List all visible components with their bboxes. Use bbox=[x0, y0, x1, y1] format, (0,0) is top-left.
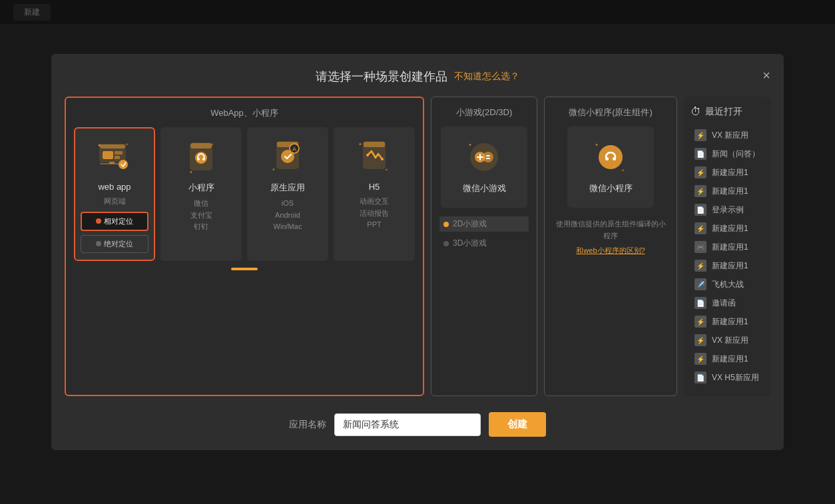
recent-item-3[interactable]: ⚡ 新建应用1 bbox=[691, 182, 764, 200]
recent-item-icon-11: ⚡ bbox=[695, 334, 706, 346]
recent-item-4[interactable]: 📄 登录示例 bbox=[691, 200, 764, 219]
absolute-position-btn[interactable]: 绝对定位 bbox=[81, 235, 148, 253]
recent-item-icon-1: 📄 bbox=[695, 148, 706, 160]
wechat-game-name: 微信小游戏 bbox=[463, 182, 506, 194]
webapp-icon: ✦ ✦ bbox=[96, 138, 133, 175]
recent-item-label-11: VX 新应用 bbox=[712, 335, 748, 346]
svg-point-7 bbox=[119, 160, 128, 169]
recent-item-icon-9: 📄 bbox=[695, 297, 706, 309]
recent-item-label-6: 新建应用1 bbox=[712, 242, 748, 253]
recent-item-0[interactable]: ⚡ VX 新应用 bbox=[691, 126, 764, 144]
recent-item-icon-6: 🎮 bbox=[695, 241, 706, 253]
wechat-mini-icon: ✦ ✦ bbox=[592, 138, 629, 176]
recent-item-7[interactable]: ⚡ 新建应用1 bbox=[691, 256, 764, 275]
recent-item-icon-0: ⚡ bbox=[695, 129, 706, 141]
card-web-app[interactable]: ✦ ✦ web app 网页端 相对定位 bbox=[74, 127, 155, 261]
wechat-mini-card[interactable]: ✦ ✦ 微信小程序 bbox=[567, 126, 654, 208]
miniprogram-card-sub: 微信支付宝钉钉 bbox=[190, 198, 212, 233]
h5-icon: ✦ ✦ bbox=[356, 138, 393, 175]
svg-text:✦: ✦ bbox=[385, 168, 388, 172]
dialog-subtitle-link[interactable]: 不知道怎么选？ bbox=[454, 71, 519, 83]
svg-text:✦: ✦ bbox=[210, 142, 214, 146]
position-buttons: 相对定位 bbox=[81, 212, 148, 231]
recent-item-label-4: 登录示例 bbox=[712, 204, 744, 216]
dialog-header: 请选择一种场景创建作品 不知道怎么选？ × bbox=[51, 54, 784, 97]
create-button[interactable]: 创建 bbox=[489, 412, 546, 437]
2d-game-option[interactable]: 2D小游戏 bbox=[439, 216, 529, 232]
recent-item-label-0: VX 新应用 bbox=[712, 130, 748, 141]
svg-text:✦: ✦ bbox=[595, 142, 599, 147]
recent-item-9[interactable]: 📄 邀请函 bbox=[691, 294, 764, 312]
svg-rect-2 bbox=[103, 151, 113, 159]
2d-label: 2D小游戏 bbox=[453, 218, 487, 230]
svg-point-35 bbox=[613, 157, 616, 160]
games-section-title: 小游戏(2D/3D) bbox=[456, 107, 513, 119]
svg-point-13 bbox=[197, 158, 200, 160]
recent-item-icon-2: ⚡ bbox=[695, 166, 706, 178]
position-buttons-2: 绝对定位 bbox=[81, 235, 148, 253]
miniprogram-icon: ✦ ✦ bbox=[182, 138, 220, 175]
recent-header: ⏱ 最近打开 bbox=[691, 106, 764, 118]
recent-item-6[interactable]: 🎮 新建应用1 bbox=[691, 238, 764, 256]
svg-text:✦: ✦ bbox=[189, 170, 193, 174]
webapp-card-name: web app bbox=[98, 182, 131, 192]
card-native[interactable]: A ✦ 原生应用 iOSAndroidWin/Mac bbox=[247, 127, 328, 261]
card-mini-program[interactable]: ✦ ✦ 小程序 微信支付宝钉钉 bbox=[160, 127, 242, 261]
native-card-sub: iOSAndroidWin/Mac bbox=[274, 198, 302, 233]
recent-item-2[interactable]: ⚡ 新建应用1 bbox=[691, 163, 764, 182]
dialog-body: WebApp、小程序 bbox=[51, 97, 784, 403]
recent-item-8[interactable]: ✈️ 飞机大战 bbox=[691, 275, 764, 294]
wechat-link[interactable]: 和web小程序的区别? bbox=[576, 246, 645, 256]
recent-item-10[interactable]: ⚡ 新建应用1 bbox=[691, 312, 764, 331]
recent-item-label-5: 新建应用1 bbox=[712, 223, 748, 234]
3d-game-option[interactable]: 3D小游戏 bbox=[439, 236, 529, 251]
wechat-mini-name: 微信小程序 bbox=[589, 182, 633, 194]
recent-item-12[interactable]: ⚡ 新建应用1 bbox=[691, 350, 764, 368]
recent-item-label-13: VX H5新应用 bbox=[712, 372, 759, 383]
recent-item-label-2: 新建应用1 bbox=[712, 167, 748, 178]
svg-point-33 bbox=[599, 145, 623, 169]
inactive-dot bbox=[96, 241, 101, 246]
recent-item-13[interactable]: 📄 VX H5新应用 bbox=[691, 368, 764, 387]
recent-item-1[interactable]: 📄 新闻（问答） bbox=[691, 144, 764, 163]
recent-item-5[interactable]: ⚡ 新建应用1 bbox=[691, 219, 764, 238]
wechat-game-icon: ✦ bbox=[465, 138, 503, 176]
scroll-bar bbox=[231, 268, 258, 270]
h5-card-sub: 动画交互活动报告PPT bbox=[360, 196, 389, 231]
svg-rect-24 bbox=[364, 142, 385, 147]
svg-text:✦: ✦ bbox=[358, 142, 362, 146]
relative-position-btn[interactable]: 相对定位 bbox=[81, 212, 148, 231]
clock-icon: ⏱ bbox=[691, 106, 701, 118]
recent-item-label-10: 新建应用1 bbox=[712, 316, 748, 328]
close-button[interactable]: × bbox=[762, 69, 770, 82]
svg-rect-1 bbox=[100, 144, 125, 148]
active-dot bbox=[443, 222, 449, 227]
recent-title: 最近打开 bbox=[705, 106, 742, 118]
wechat-section-title: 微信小程序(原生组件) bbox=[569, 107, 653, 119]
app-name-input[interactable] bbox=[334, 413, 481, 436]
absolute-label: 绝对定位 bbox=[104, 239, 133, 249]
wechat-game-card[interactable]: ✦ 微信小游戏 bbox=[441, 126, 527, 208]
card-h5[interactable]: ✦ ✦ H5 动画交互活动报告PPT bbox=[334, 127, 415, 261]
3d-label: 3D小游戏 bbox=[453, 238, 487, 249]
recent-sidebar: ⏱ 最近打开 ⚡ VX 新应用 📄 新闻（问答） ⚡ 新建应用1 bbox=[684, 97, 770, 396]
native-icon: A ✦ bbox=[269, 138, 306, 175]
wechat-section: 微信小程序(原生组件) ✦ ✦ 微信小程序 使用微信提供 bbox=[544, 97, 677, 396]
svg-rect-11 bbox=[190, 143, 212, 148]
recent-item-11[interactable]: ⚡ VX 新应用 bbox=[691, 331, 764, 350]
create-dialog: 请选择一种场景创建作品 不知道怎么选？ × WebApp、小程序 bbox=[51, 54, 784, 450]
webapp-section-title: WebApp、小程序 bbox=[74, 107, 415, 119]
native-card-name: 原生应用 bbox=[270, 182, 305, 194]
svg-point-14 bbox=[202, 158, 205, 160]
svg-rect-4 bbox=[115, 156, 120, 159]
svg-text:✦: ✦ bbox=[97, 142, 102, 148]
svg-point-31 bbox=[483, 152, 493, 162]
games-section: 小游戏(2D/3D) ✦ 微信小游戏 bbox=[431, 97, 537, 396]
recent-item-label-7: 新建应用1 bbox=[712, 260, 748, 272]
h5-card-name: H5 bbox=[369, 182, 380, 192]
dialog-footer: 应用名称 创建 bbox=[51, 403, 784, 450]
recent-item-label-1: 新闻（问答） bbox=[712, 148, 760, 160]
recent-item-label-12: 新建应用1 bbox=[712, 354, 748, 365]
recent-item-label-9: 邀请函 bbox=[712, 298, 736, 309]
miniprogram-card-name: 小程序 bbox=[188, 182, 214, 194]
